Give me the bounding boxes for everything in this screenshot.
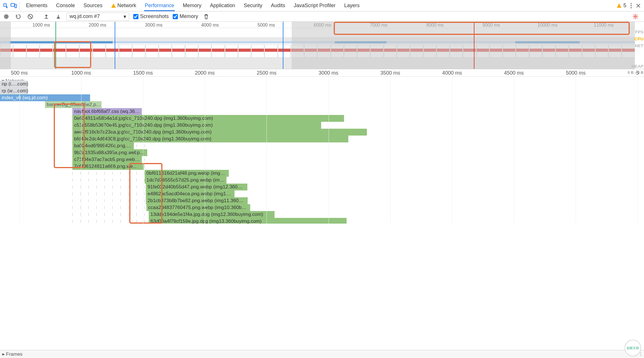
chevron-down-icon: ▾: [124, 13, 126, 20]
network-request-bar[interactable]: c51a558b53670e45.jpg!cc_710x240.dpg (img…: [72, 122, 321, 129]
flamechart-ruler: 500 ms1000 ms1500 ms2000 ms2500 ms3000 m…: [0, 69, 644, 77]
svg-point-3: [631, 5, 632, 6]
network-request-bar[interactable]: 63d00a4f79cf159e.jpg.dpg (img13.360buyim…: [149, 218, 347, 224]
network-request-bar[interactable]: index_v6 (wq.jd.com): [0, 94, 90, 101]
flamechart[interactable]: 500 ms1000 ms1500 ms2000 ms2500 ms3000 m…: [0, 69, 644, 224]
tab-audits[interactable]: Audits: [270, 0, 286, 11]
tab-elements[interactable]: Elements: [25, 0, 48, 11]
svg-rect-0: [11, 3, 15, 6]
recording-select-label: wq.jd.com #7: [69, 13, 100, 19]
tab-layers[interactable]: Layers: [343, 0, 360, 11]
network-request-bar[interactable]: 0e634811e58b4a1d.jpg!cc_710x240.dpg (img…: [72, 115, 344, 122]
network-request-bar[interactable]: np (i….com): [0, 81, 28, 87]
overview-strip[interactable]: 1000 ms2000 ms3000 ms4000 ms5000 ms6000 …: [0, 22, 644, 69]
svg-point-7: [635, 16, 636, 17]
tab-memory[interactable]: Memory: [182, 0, 202, 11]
tab-network[interactable]: Network: [110, 0, 137, 11]
record-button[interactable]: [2, 13, 10, 21]
clear-button[interactable]: [26, 13, 34, 21]
save-profile-button[interactable]: [54, 13, 62, 21]
recording-select[interactable]: wq.jd.com #7 ▾: [66, 13, 129, 21]
svg-rect-1: [15, 4, 17, 8]
network-request-bar[interactable]: bfd49e2dc4d64308.jpg!cc_710x240.dpg (img…: [72, 136, 348, 142]
screenshots-checkbox[interactable]: Screenshots: [133, 13, 169, 19]
network-request-bar[interactable]: aee7f916db7a23aa.jpg!cc_710x240.dpg (img…: [72, 129, 367, 136]
network-request-bar[interactable]: rp (w…com): [0, 87, 28, 94]
overview-lane-labels: FPS CPU NET HEAP 0 B – 0 B: [628, 29, 643, 76]
tab-security[interactable]: Security: [243, 0, 263, 11]
tab-console[interactable]: Console: [55, 0, 75, 11]
capture-settings-button[interactable]: [631, 13, 639, 21]
tab-application[interactable]: Application: [209, 0, 236, 11]
close-icon[interactable]: [636, 3, 641, 8]
tab-jsprofiler[interactable]: JavaScript Profiler: [293, 0, 336, 11]
tab-performance[interactable]: Performance: [144, 0, 175, 11]
svg-point-4: [631, 7, 632, 8]
annotation-box: [334, 22, 630, 35]
network-request-bar[interactable]: 13dde194de5e1f4a.jpg.dpg (img12.360buyim…: [149, 211, 275, 218]
devtools-tabbar: Elements Console Sources Network Perform…: [0, 0, 644, 11]
load-profile-button[interactable]: [42, 13, 50, 21]
svg-point-5: [4, 14, 9, 19]
memory-checkbox[interactable]: Memory: [173, 13, 198, 19]
annotation-box: [54, 104, 85, 168]
warning-icon: [617, 3, 622, 8]
svg-point-2: [631, 3, 632, 4]
reload-record-button[interactable]: [14, 13, 22, 21]
annotation-box: [129, 163, 162, 224]
device-toggle-icon[interactable]: [10, 2, 18, 10]
inspect-icon[interactable]: [2, 2, 10, 10]
warning-icon: [111, 3, 116, 8]
performance-toolbar: wq.jd.com #7 ▾ Screenshots Memory: [0, 11, 644, 22]
annotation-box: [54, 41, 91, 68]
kebab-menu-icon[interactable]: [630, 3, 632, 9]
garbage-collect-button[interactable]: [202, 13, 210, 21]
tab-sources[interactable]: Sources: [83, 0, 103, 11]
warnings-count[interactable]: 5: [617, 3, 626, 9]
